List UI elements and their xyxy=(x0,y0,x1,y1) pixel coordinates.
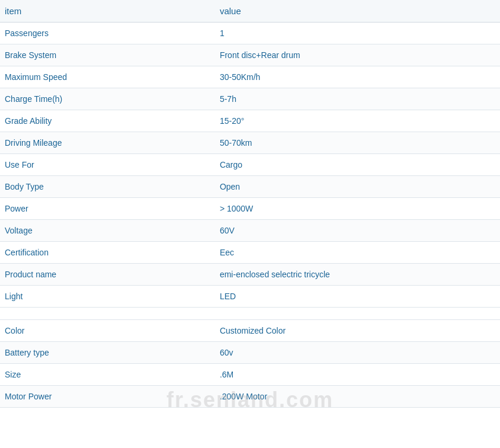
row-item-value: 60v xyxy=(215,342,500,364)
table-row: Maximum Speed30-50Km/h xyxy=(0,66,500,88)
table-row: Charge Time(h)5-7h xyxy=(0,88,500,110)
row-item-label: Passengers xyxy=(0,23,215,44)
table-row: Voltage60V xyxy=(0,220,500,242)
row-item-value: LED xyxy=(215,286,500,308)
row-item-label: Power xyxy=(0,198,215,220)
row-item-label: Light xyxy=(0,286,215,308)
row-item-value: Open xyxy=(215,176,500,198)
table-row: Body TypeOpen xyxy=(0,176,500,198)
table-row: Power> 1000W xyxy=(0,198,500,220)
table-row: Driving Mileage50-70km xyxy=(0,132,500,154)
row-item-label: Color xyxy=(0,320,215,342)
row-item-value: 60V xyxy=(215,220,500,242)
row-item-label: Body Type xyxy=(0,176,215,198)
row-item-label: Grade Ability xyxy=(0,110,215,132)
table-row: LightLED xyxy=(0,286,500,308)
table-row: CertificationEec xyxy=(0,242,500,264)
row-item-value: 50-70km xyxy=(215,132,500,154)
row-item-value: 30-50Km/h xyxy=(215,66,500,88)
table-row: Passengers1 xyxy=(0,23,500,44)
row-item-label: Voltage xyxy=(0,220,215,242)
row-item-label: Motor Power xyxy=(0,386,215,408)
col-header-item: item xyxy=(0,0,215,23)
row-item-value: Front disc+Rear drum xyxy=(215,44,500,66)
row-item-value: emi-enclosed selectric tricycle xyxy=(215,264,500,286)
col-header-value: value xyxy=(215,0,500,23)
row-item-value: Eec xyxy=(215,242,500,264)
table-row: Brake SystemFront disc+Rear drum xyxy=(0,44,500,66)
row-item-value: .200W Motor xyxy=(215,386,500,408)
row-item-label: Size xyxy=(0,364,215,386)
row-item-value: Cargo xyxy=(215,154,500,176)
table-row: Grade Ability15-20° xyxy=(0,110,500,132)
row-item-label xyxy=(0,308,215,320)
row-item-value: .6M xyxy=(215,364,500,386)
row-item-label: Brake System xyxy=(0,44,215,66)
spec-table: item value Passengers1Brake SystemFront … xyxy=(0,0,500,408)
row-item-value: > 1000W xyxy=(215,198,500,220)
row-item-value: 5-7h xyxy=(215,88,500,110)
row-item-value: 1 xyxy=(215,23,500,44)
table-row: Use ForCargo xyxy=(0,154,500,176)
row-item-label: Product name xyxy=(0,264,215,286)
row-item-value: 15-20° xyxy=(215,110,500,132)
table-row: Motor Power.200W Motor xyxy=(0,386,500,408)
row-item-label: Driving Mileage xyxy=(0,132,215,154)
table-row: Size.6M xyxy=(0,364,500,386)
row-item-label: Battery type xyxy=(0,342,215,364)
table-row: Product nameemi-enclosed selectric tricy… xyxy=(0,264,500,286)
row-item-label: Certification xyxy=(0,242,215,264)
row-item-label: Charge Time(h) xyxy=(0,88,215,110)
row-item-value: Customized Color xyxy=(215,320,500,342)
row-item-value xyxy=(215,308,500,320)
row-item-label: Maximum Speed xyxy=(0,66,215,88)
table-row xyxy=(0,308,500,320)
table-row: ColorCustomized Color xyxy=(0,320,500,342)
table-row: Battery type60v xyxy=(0,342,500,364)
row-item-label: Use For xyxy=(0,154,215,176)
